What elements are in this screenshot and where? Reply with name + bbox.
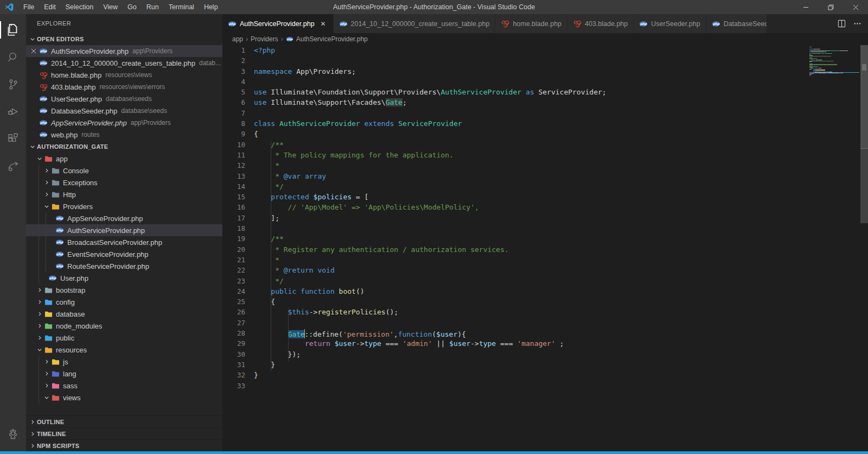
code-line-9[interactable]: 9{ xyxy=(222,130,868,140)
code-line-29[interactable]: 29 return $user->type === 'admin' || $us… xyxy=(222,339,868,350)
code-line-19[interactable]: 19 /** xyxy=(222,235,868,245)
code-line-15[interactable]: 15 protected $policies = [ xyxy=(222,193,868,203)
code-line-23[interactable]: 23 */ xyxy=(222,277,868,287)
tab-home.blade.php[interactable]: home.blade.php xyxy=(495,14,567,33)
tree-item-database[interactable]: database xyxy=(26,308,222,320)
code-line-1[interactable]: 1<?php xyxy=(222,46,868,56)
open-editor-2014_10_12_000000_create_users_table.php[interactable]: php2014_10_12_000000_create_users_table.… xyxy=(26,57,222,69)
close-icon[interactable] xyxy=(29,47,38,55)
code-editor[interactable]: 1<?php23namespace App\Providers;45use Il… xyxy=(222,45,868,451)
tree-item-sass[interactable]: sass xyxy=(26,380,222,392)
menu-selection[interactable]: Selection xyxy=(61,0,98,14)
tree-item-Providers[interactable]: Providers xyxy=(26,200,222,212)
code-line-24[interactable]: 24 public function boot() xyxy=(222,287,868,298)
tree-item-EventServiceProvider.php[interactable]: phpEventServiceProvider.php xyxy=(26,248,222,260)
open-editor-web.php[interactable]: phpweb.phproutes xyxy=(26,129,222,141)
timeline-header[interactable]: TIMELINE xyxy=(26,427,222,439)
tree-item-AppServiceProvider.php[interactable]: phpAppServiceProvider.php xyxy=(26,212,222,224)
tree-item-app[interactable]: app xyxy=(26,153,222,165)
more-actions-icon[interactable] xyxy=(853,20,861,28)
menu-terminal[interactable]: Terminal xyxy=(164,0,199,14)
live-share-icon[interactable] xyxy=(0,152,26,179)
open-editor-UserSeeder.php[interactable]: phpUserSeeder.phpdatabase\seeds xyxy=(26,93,222,105)
tree-item-Http[interactable]: Http xyxy=(26,188,222,200)
tree-item-config[interactable]: config xyxy=(26,296,222,308)
project-header[interactable]: AUTHORIZATION_GATE xyxy=(26,141,222,153)
tab-403.blade.php[interactable]: 403.blade.php xyxy=(567,14,634,33)
breadcrumb-item-Providers[interactable]: Providers xyxy=(251,35,278,43)
code-line-10[interactable]: 10 /** xyxy=(222,141,868,151)
code-line-25[interactable]: 25 { xyxy=(222,298,868,308)
breadcrumb-item-AuthServiceProvider.php[interactable]: phpAuthServiceProvider.php xyxy=(286,35,368,43)
tree-item-RouteServiceProvider.php[interactable]: phpRouteServiceProvider.php xyxy=(26,260,222,272)
code-line-31[interactable]: 31 } xyxy=(222,361,868,371)
npm-scripts-header[interactable]: NPM SCRIPTS xyxy=(26,439,222,451)
code-line-3[interactable]: 3namespace App\Providers; xyxy=(222,67,868,78)
open-editor-home.blade.php[interactable]: home.blade.phpresources\views xyxy=(26,69,222,81)
code-line-12[interactable]: 12 * xyxy=(222,161,868,172)
tree-item-js[interactable]: js xyxy=(26,356,222,368)
editor-scrollbar[interactable] xyxy=(860,45,868,223)
tree-item-resources[interactable]: resources xyxy=(26,344,222,356)
tree-item-lang[interactable]: lang xyxy=(26,368,222,380)
open-editors-header[interactable]: OPEN EDITORS xyxy=(26,33,222,45)
close-icon[interactable]: ✕ xyxy=(319,20,328,28)
code-line-8[interactable]: 8class AuthServiceProvider extends Servi… xyxy=(222,119,868,130)
code-line-13[interactable]: 13 * @var array xyxy=(222,172,868,182)
code-line-32[interactable]: 32} xyxy=(222,371,868,381)
source-control-icon[interactable] xyxy=(0,71,26,98)
tree-item-BroadcastServiceProvider.php[interactable]: phpBroadcastServiceProvider.php xyxy=(26,236,222,248)
code-line-14[interactable]: 14 */ xyxy=(222,182,868,193)
tab-AuthServiceProvider.php[interactable]: phpAuthServiceProvider.php✕ xyxy=(222,14,334,33)
code-line-6[interactable]: 6use Illuminate\Support\Facades\Gate; xyxy=(222,98,868,109)
minimap[interactable] xyxy=(809,47,859,77)
run-and-debug-icon[interactable] xyxy=(0,98,26,125)
explorer-icon[interactable] xyxy=(0,16,26,43)
tree-item-bootstrap[interactable]: bootstrap xyxy=(26,284,222,296)
tree-item-Exceptions[interactable]: Exceptions xyxy=(26,176,222,188)
open-editor-AppServiceProvider.php[interactable]: phpAppServiceProvider.phpapp\Providers xyxy=(26,117,222,129)
outline-header[interactable]: OUTLINE xyxy=(26,415,222,427)
code-line-27[interactable]: 27 xyxy=(222,319,868,329)
code-line-28[interactable]: 28 Gate::define('permission',function($u… xyxy=(222,329,868,339)
restore-button[interactable] xyxy=(818,0,843,14)
menu-run[interactable]: Run xyxy=(142,0,164,14)
search-icon[interactable] xyxy=(0,43,26,71)
tree-item-node_modules[interactable]: node_modules xyxy=(26,320,222,332)
tree-item-User.php[interactable]: phpUser.php xyxy=(26,272,222,284)
open-editor-403.blade.php[interactable]: 403.blade.phpresources\views\errors xyxy=(26,81,222,93)
manage-gear-icon[interactable] xyxy=(0,420,26,447)
breadcrumb-item-app[interactable]: app xyxy=(232,35,243,43)
extensions-icon[interactable] xyxy=(0,125,26,152)
code-line-16[interactable]: 16 // 'App\Model' => 'App\Policies\Model… xyxy=(222,203,868,213)
code-line-21[interactable]: 21 * xyxy=(222,256,868,266)
code-line-11[interactable]: 11 * The policy mappings for the applica… xyxy=(222,151,868,161)
minimize-button[interactable] xyxy=(793,0,818,14)
open-editor-DatabaseSeeder.php[interactable]: phpDatabaseSeeder.phpdatabase\seeds xyxy=(26,105,222,117)
tab-2014_10_12_000000_create_users_table.php[interactable]: php2014_10_12_000000_create_users_table.… xyxy=(334,14,496,33)
code-line-20[interactable]: 20 * Register any authentication / autho… xyxy=(222,245,868,256)
code-line-33[interactable]: 33 xyxy=(222,382,868,392)
tree-item-public[interactable]: public xyxy=(26,332,222,344)
menu-edit[interactable]: Edit xyxy=(39,0,61,14)
code-line-26[interactable]: 26 $this->registerPolicies(); xyxy=(222,308,868,318)
tree-item-AuthServiceProvider.php[interactable]: phpAuthServiceProvider.php xyxy=(26,224,222,236)
open-editor-AuthServiceProvider.php[interactable]: phpAuthServiceProvider.phpapp\Providers xyxy=(26,45,222,57)
menu-help[interactable]: Help xyxy=(199,0,223,14)
code-line-4[interactable]: 4 xyxy=(222,78,868,88)
code-line-22[interactable]: 22 * @return void xyxy=(222,266,868,276)
code-line-5[interactable]: 5use Illuminate\Foundation\Support\Provi… xyxy=(222,88,868,98)
scrollbar-thumb[interactable] xyxy=(862,64,866,71)
tab-DatabaseSeeder.php[interactable]: phpDatabaseSeeder.php xyxy=(706,14,767,33)
menu-view[interactable]: View xyxy=(98,0,123,14)
split-editor-icon[interactable] xyxy=(838,20,846,28)
code-line-30[interactable]: 30 }); xyxy=(222,350,868,361)
tab-UserSeeder.php[interactable]: phpUserSeeder.php xyxy=(634,14,706,33)
menu-go[interactable]: Go xyxy=(123,0,142,14)
tree-item-views[interactable]: views xyxy=(26,392,222,403)
code-line-2[interactable]: 2 xyxy=(222,56,868,67)
code-line-7[interactable]: 7 xyxy=(222,109,868,119)
menu-file[interactable]: File xyxy=(18,0,39,14)
close-button[interactable] xyxy=(843,0,868,14)
code-line-17[interactable]: 17 ]; xyxy=(222,214,868,224)
